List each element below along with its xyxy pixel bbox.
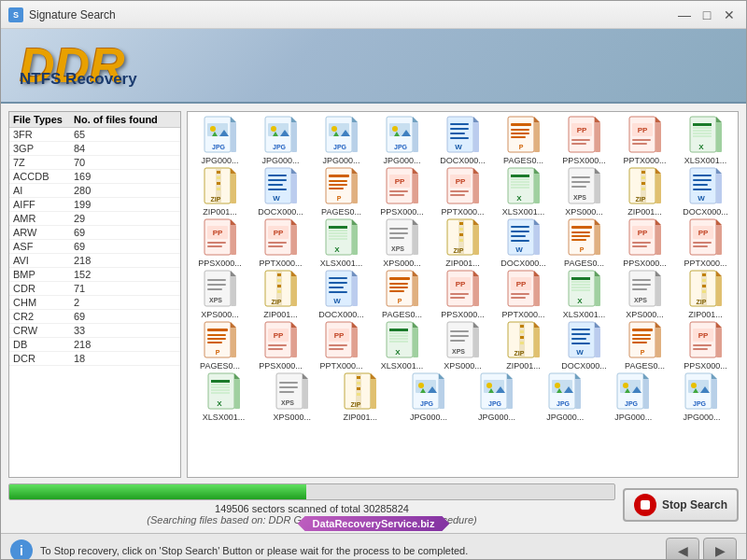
- file-icon-item[interactable]: W DOCX000...: [495, 218, 552, 268]
- file-icon-item[interactable]: XPS XPS000...: [191, 270, 248, 319]
- svg-text:JPG: JPG: [557, 400, 571, 407]
- file-icon-item[interactable]: PP PPTX000...: [677, 218, 734, 268]
- file-type-row[interactable]: CR269: [9, 310, 180, 324]
- file-icon-item[interactable]: PP PPTX000...: [495, 270, 552, 319]
- file-icon-label: PPSX000...: [441, 310, 485, 319]
- file-icon-item[interactable]: JPG JPG000...: [374, 116, 430, 165]
- file-icon-item[interactable]: ZIP ZIP001...: [191, 167, 248, 217]
- file-icon-item[interactable]: PP PPSX000...: [252, 321, 309, 371]
- svg-rect-276: [716, 276, 722, 306]
- file-icon-item[interactable]: ZIP ZIP001...: [616, 167, 673, 217]
- file-icon-item[interactable]: PP PPTX000...: [434, 167, 491, 217]
- icon-row: ZIP ZIP001... W DOCX000...: [191, 167, 734, 217]
- file-icon-item[interactable]: ZIP ZIP001...: [495, 321, 552, 371]
- file-icon: ZIP: [626, 167, 665, 206]
- file-icon-item[interactable]: P PAGES0...: [616, 321, 673, 371]
- file-type-row[interactable]: AI280: [9, 184, 180, 198]
- file-icon-item[interactable]: JPG JPG000...: [533, 372, 598, 422]
- file-icon-item[interactable]: P PAGES0...: [495, 116, 552, 165]
- file-icon-item[interactable]: P PAGES0...: [374, 270, 430, 319]
- file-icon-item[interactable]: P PAGES0...: [313, 167, 370, 217]
- file-icon-item[interactable]: W DOCX000...: [556, 321, 613, 371]
- file-icon-item[interactable]: JPG JPG000...: [396, 372, 460, 422]
- file-type-row[interactable]: AIFF199: [9, 198, 180, 212]
- file-type-row[interactable]: ARW69: [9, 226, 180, 240]
- file-icon-item[interactable]: JPG JPG000...: [313, 116, 370, 165]
- file-icon-item[interactable]: PP PPSX000...: [434, 270, 491, 319]
- file-type-row[interactable]: BMP152: [9, 268, 180, 282]
- icon-grid-panel[interactable]: JPG JPG000... JPG JPG000...: [187, 111, 739, 478]
- back-button[interactable]: ◀: [666, 538, 699, 561]
- file-icon-label: PPTX000...: [319, 361, 362, 371]
- file-icon-item[interactable]: P PAGES0...: [556, 218, 613, 268]
- maximize-button[interactable]: □: [698, 6, 716, 24]
- file-icon-item[interactable]: P PAGES0...: [191, 321, 248, 371]
- file-icon-item[interactable]: XPS XPS000...: [556, 167, 613, 217]
- file-icon-item[interactable]: XPS XPS000...: [260, 372, 324, 422]
- file-icon-item[interactable]: ZIP ZIP001...: [434, 218, 491, 268]
- file-type-row[interactable]: AVI218: [9, 254, 180, 268]
- file-type-row[interactable]: DB218: [9, 338, 180, 352]
- file-icon-item[interactable]: XPS XPS000...: [374, 218, 430, 268]
- file-type-row[interactable]: 7Z70: [9, 156, 180, 170]
- file-icon-item[interactable]: PP PPTX000...: [616, 116, 673, 165]
- file-icon-item[interactable]: X XLSX001...: [191, 372, 256, 422]
- svg-text:PP: PP: [455, 177, 465, 186]
- svg-text:JPG: JPG: [488, 400, 502, 407]
- svg-text:P: P: [336, 195, 341, 202]
- file-icon-item[interactable]: X XLSX001...: [374, 321, 430, 371]
- file-icon-item[interactable]: W DOCX000...: [252, 167, 309, 217]
- file-icon-item[interactable]: X XLSX001...: [313, 218, 370, 268]
- svg-rect-155: [268, 242, 287, 244]
- file-type-row[interactable]: CRW33: [9, 324, 180, 338]
- file-type-row[interactable]: 3GP84: [9, 142, 180, 156]
- svg-rect-323: [534, 328, 540, 357]
- file-type-row[interactable]: ACCDB169: [9, 170, 180, 184]
- svg-rect-217: [207, 288, 222, 290]
- svg-marker-299: [352, 322, 358, 328]
- file-icon-label: XLSX001...: [203, 413, 246, 422]
- svg-rect-38: [450, 137, 469, 139]
- file-type-row[interactable]: DCR18: [9, 352, 180, 366]
- forward-button[interactable]: ▶: [703, 538, 737, 561]
- col-filecount-header: No. of files found: [74, 114, 176, 125]
- file-icon-item[interactable]: JPG JPG000...: [252, 116, 309, 165]
- file-icon-item[interactable]: X XLSX001...: [495, 167, 552, 217]
- file-icon-item[interactable]: PP PPSX000...: [616, 218, 673, 268]
- file-icon-item[interactable]: PP PPSX000...: [556, 116, 613, 165]
- file-icon-item[interactable]: XPS XPS000...: [434, 321, 491, 371]
- file-icon-item[interactable]: JPG JPG000...: [669, 372, 734, 422]
- file-icon: JPG: [322, 116, 361, 155]
- file-type-row[interactable]: CDR71: [9, 282, 180, 296]
- file-icon-item[interactable]: ZIP ZIP001...: [252, 270, 309, 319]
- file-type-row[interactable]: ASF69: [9, 240, 180, 254]
- file-type-row[interactable]: CHM2: [9, 296, 180, 310]
- file-icon-item[interactable]: W DOCX000...: [313, 270, 370, 319]
- file-icon-item[interactable]: W DOCX000...: [434, 116, 491, 165]
- file-icon-item[interactable]: PP PPSX000...: [191, 218, 248, 268]
- file-icon-item[interactable]: XPS XPS000...: [616, 270, 673, 319]
- file-types-body[interactable]: 3FR653GP847Z70ACCDB169AI280AIFF199AMR29A…: [9, 128, 180, 477]
- minimize-button[interactable]: —: [675, 6, 694, 24]
- file-type-row[interactable]: AMR29: [9, 212, 180, 226]
- file-icon-item[interactable]: X XLSX001...: [677, 116, 734, 165]
- svg-rect-117: [511, 187, 529, 189]
- file-icon-item[interactable]: JPG JPG000...: [601, 372, 666, 422]
- stop-search-button[interactable]: Stop Search: [623, 488, 739, 522]
- file-icon-item[interactable]: ZIP ZIP001...: [328, 372, 392, 422]
- file-icon-item[interactable]: ZIP ZIP001...: [677, 270, 734, 319]
- file-icon-item[interactable]: X XLSX001...: [556, 270, 613, 319]
- close-button[interactable]: ✕: [720, 6, 739, 24]
- file-icon-item[interactable]: JPG JPG000...: [465, 372, 529, 422]
- file-icon-item[interactable]: PP PPSX000...: [374, 167, 430, 217]
- file-icon-item[interactable]: JPG JPG000...: [191, 116, 248, 165]
- file-icon: PP: [261, 218, 301, 258]
- file-icon-item[interactable]: PP PPTX000...: [252, 218, 309, 268]
- info-icon: i: [10, 539, 33, 561]
- file-type-row[interactable]: 3FR65: [9, 128, 180, 142]
- file-icon-item[interactable]: W DOCX000...: [677, 167, 734, 217]
- file-icon-item[interactable]: PP PPTX000...: [313, 321, 370, 371]
- file-icon-label: PPSX000...: [562, 156, 606, 165]
- svg-rect-10: [291, 122, 297, 152]
- file-icon-item[interactable]: PP PPSX000...: [677, 321, 734, 371]
